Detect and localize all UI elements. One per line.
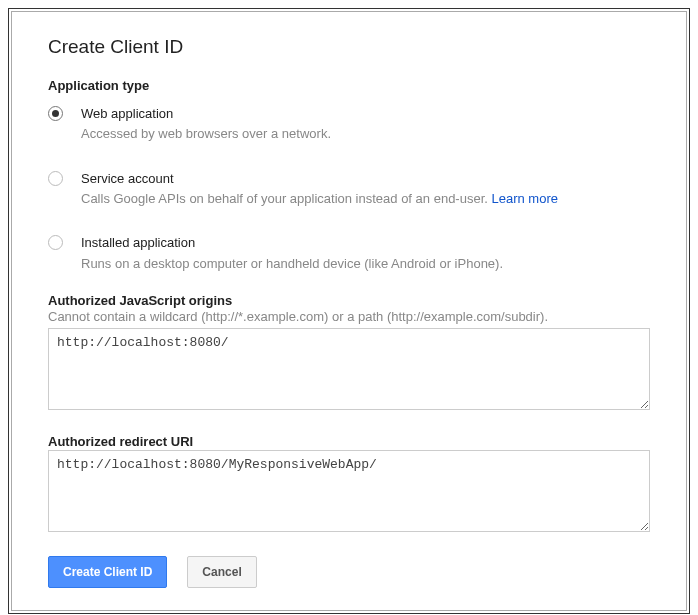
radio-option-installed-application[interactable]: Installed application Runs on a desktop …: [48, 234, 650, 273]
application-type-group: Web application Accessed by web browsers…: [48, 105, 650, 273]
redirect-uri-block: Authorized redirect URI: [48, 434, 650, 536]
js-origins-label: Authorized JavaScript origins: [48, 293, 650, 308]
radio-button-icon: [48, 171, 63, 186]
radio-label: Service account: [81, 170, 650, 188]
redirect-uri-input[interactable]: [48, 450, 650, 532]
button-row: Create Client ID Cancel: [48, 556, 650, 588]
radio-button-icon: [48, 235, 63, 250]
radio-description: Runs on a desktop computer or handheld d…: [81, 254, 650, 274]
create-client-id-button[interactable]: Create Client ID: [48, 556, 167, 588]
dialog-frame: Create Client ID Application type Web ap…: [8, 8, 690, 614]
radio-description: Calls Google APIs on behalf of your appl…: [81, 189, 650, 209]
radio-button-icon: [48, 106, 63, 121]
cancel-button[interactable]: Cancel: [187, 556, 256, 588]
application-type-label: Application type: [48, 78, 650, 93]
js-origins-input[interactable]: [48, 328, 650, 410]
radio-label: Installed application: [81, 234, 650, 252]
dialog-content: Create Client ID Application type Web ap…: [11, 11, 687, 611]
radio-option-service-account[interactable]: Service account Calls Google APIs on beh…: [48, 170, 650, 209]
redirect-uri-label: Authorized redirect URI: [48, 434, 650, 449]
radio-description: Accessed by web browsers over a network.: [81, 124, 650, 144]
learn-more-link[interactable]: Learn more: [491, 191, 557, 206]
js-origins-block: Authorized JavaScript origins Cannot con…: [48, 293, 650, 414]
radio-option-web-application[interactable]: Web application Accessed by web browsers…: [48, 105, 650, 144]
radio-label: Web application: [81, 105, 650, 123]
dialog-title: Create Client ID: [48, 36, 650, 58]
js-origins-hint: Cannot contain a wildcard (http://*.exam…: [48, 309, 650, 324]
